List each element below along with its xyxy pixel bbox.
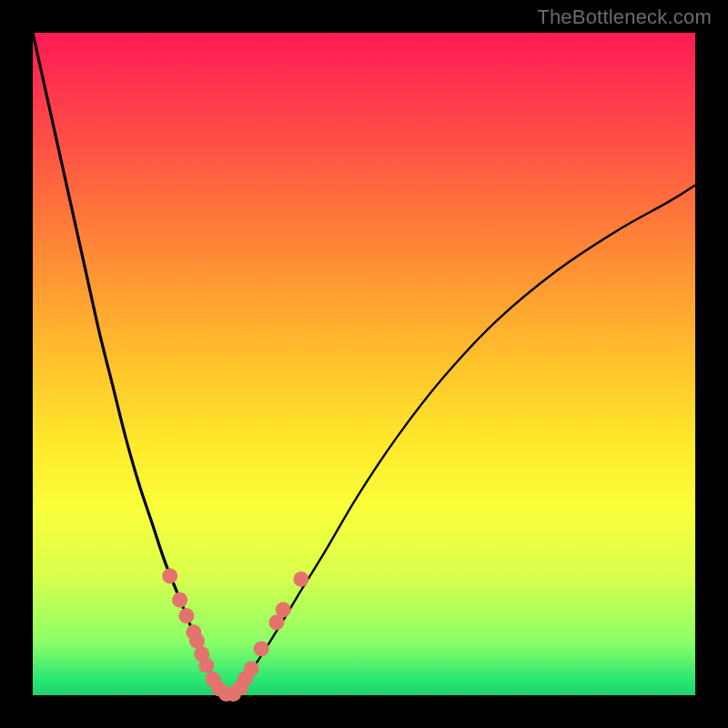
data-dot <box>254 642 269 657</box>
series-left-branch <box>33 33 230 695</box>
watermark-text: TheBottleneck.com <box>537 5 712 29</box>
chart-svg <box>33 33 695 695</box>
curve-group <box>33 33 695 695</box>
data-dot <box>244 661 259 676</box>
chart-frame: TheBottleneck.com <box>0 0 728 728</box>
data-dot <box>178 608 194 623</box>
plot-area <box>33 33 695 695</box>
data-dot <box>293 571 308 587</box>
dots-group <box>162 568 308 702</box>
data-dot <box>276 602 291 618</box>
data-dot <box>189 633 205 649</box>
series-right-branch <box>230 185 695 695</box>
data-dot <box>172 592 187 608</box>
data-dot <box>198 658 214 673</box>
data-dot <box>162 568 177 583</box>
